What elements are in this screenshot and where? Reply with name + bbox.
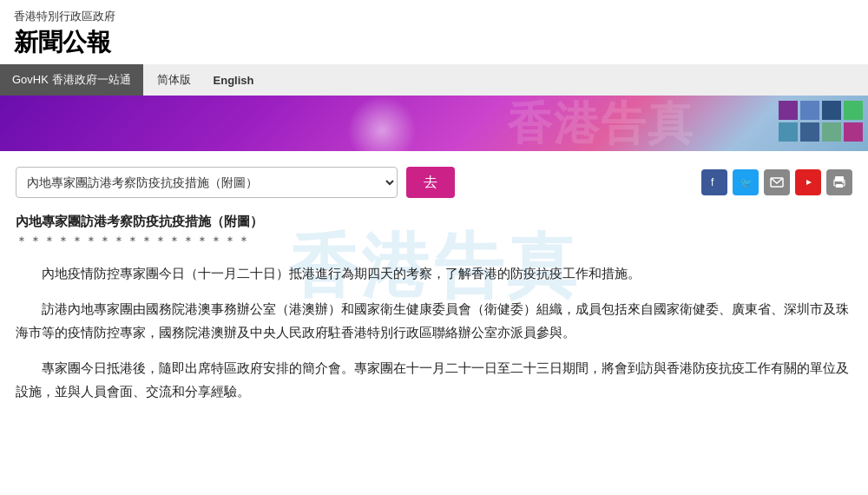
toolbar-row: 內地專家團訪港考察防疫抗疫措施（附圖） 去 f 🐦 <box>16 167 852 198</box>
article-stars: ＊＊＊＊＊＊＊＊＊＊＊＊＊＊＊＊＊ <box>16 234 852 249</box>
header-title: 新聞公報 <box>14 26 854 59</box>
article-title: 內地專家團訪港考察防疫抗疫措施（附圖） <box>16 214 852 230</box>
nav-english[interactable]: English <box>205 64 263 96</box>
paragraph-2: 訪港內地專家團由國務院港澳事務辦公室（港澳辦）和國家衛生健康委員會（衛健委）組織… <box>16 297 852 344</box>
svg-point-8 <box>842 182 844 183</box>
banner-watermark: 香港告真 <box>507 96 694 151</box>
facebook-icon[interactable]: f <box>701 169 727 195</box>
article-select[interactable]: 內地專家團訪港考察防疫抗疫措施（附圖） <box>16 167 398 198</box>
nav-simplified[interactable]: 简体版 <box>143 64 205 96</box>
svg-text:🐦: 🐦 <box>740 176 752 188</box>
nav-bar: GovHK 香港政府一站通 简体版 English <box>0 64 868 96</box>
go-button[interactable]: 去 <box>406 167 455 198</box>
print-icon[interactable] <box>826 169 852 195</box>
svg-text:f: f <box>711 176 714 188</box>
twitter-icon[interactable]: 🐦 <box>733 169 759 195</box>
banner-light <box>347 96 417 151</box>
main-content: 香港告真 內地專家團訪港考察防疫抗疫措施（附圖） 去 f 🐦 內地專家團訪港考察 <box>0 151 868 431</box>
svg-rect-5 <box>835 176 844 182</box>
article-body: 內地疫情防控專家團今日（十一月二十日）抵港進行為期四天的考察，了解香港的防疫抗疫… <box>16 261 852 403</box>
nav-govhk[interactable]: GovHK 香港政府一站通 <box>0 64 143 96</box>
youtube-icon[interactable] <box>795 169 821 195</box>
header: 香港特別行政區政府 新聞公報 <box>0 0 868 64</box>
paragraph-3: 專家團今日抵港後，隨即出席特區政府安排的簡介會。專家團在十一月二十一日至二十三日… <box>16 356 852 403</box>
mail-icon[interactable] <box>764 169 790 195</box>
header-subtitle: 香港特別行政區政府 <box>14 9 854 24</box>
svg-rect-7 <box>836 184 843 188</box>
banner: 香港告真 <box>0 96 868 151</box>
banner-squares <box>773 96 868 151</box>
share-icons: f 🐦 <box>701 169 852 195</box>
paragraph-1: 內地疫情防控專家團今日（十一月二十日）抵港進行為期四天的考察，了解香港的防疫抗疫… <box>16 261 852 285</box>
